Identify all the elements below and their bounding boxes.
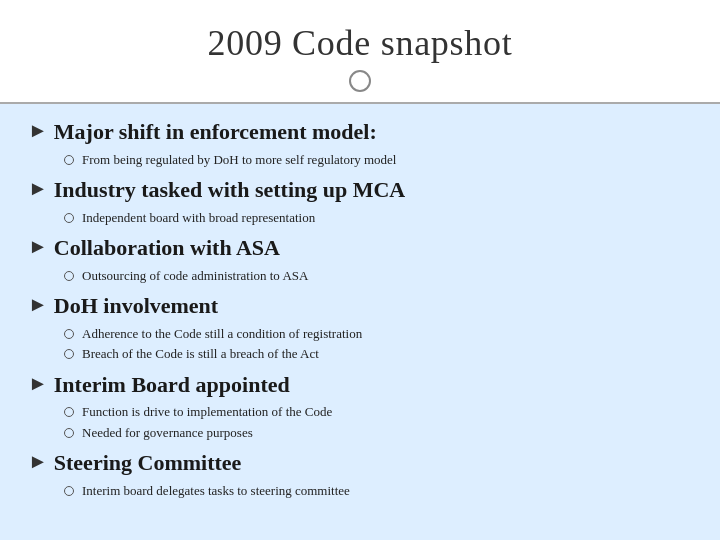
sub-bullet-icon — [64, 155, 74, 165]
sub-bullet-icon — [64, 428, 74, 438]
sub-label: Needed for governance purposes — [82, 423, 253, 443]
label-interim-board: Interim Board appointed — [54, 371, 290, 400]
sub-item: Needed for governance purposes — [64, 423, 692, 443]
slide-title: 2009 Code snapshot — [40, 22, 680, 64]
section-interim-board: ► Interim Board appointed — [28, 371, 692, 400]
sub-bullet-icon — [64, 329, 74, 339]
sub-points-doh-involvement: Adherence to the Code still a condition … — [64, 324, 692, 365]
sub-item: Breach of the Code is still a breach of … — [64, 344, 692, 364]
section-doh-involvement: ► DoH involvement — [28, 292, 692, 321]
sub-item: Function is drive to implementation of t… — [64, 402, 692, 422]
bullet-collaboration: ► — [28, 235, 48, 258]
label-steering-committee: Steering Committee — [54, 449, 242, 478]
sub-item: From being regulated by DoH to more self… — [64, 150, 692, 170]
sub-bullet-icon — [64, 349, 74, 359]
sub-item: Independent board with broad representat… — [64, 208, 692, 228]
sub-bullet-icon — [64, 213, 74, 223]
section-steering-committee: ► Steering Committee — [28, 449, 692, 478]
label-industry-tasked: Industry tasked with setting up MCA — [54, 176, 405, 205]
content-area: ► Major shift in enforcement model: From… — [0, 104, 720, 540]
sub-label: Independent board with broad representat… — [82, 208, 315, 228]
sub-bullet-icon — [64, 486, 74, 496]
sub-label: Breach of the Code is still a breach of … — [82, 344, 319, 364]
section-industry-tasked: ► Industry tasked with setting up MCA — [28, 176, 692, 205]
sub-label: Function is drive to implementation of t… — [82, 402, 332, 422]
bullet-steering-committee: ► — [28, 450, 48, 473]
sub-points-industry-tasked: Independent board with broad representat… — [64, 208, 692, 229]
bullet-doh-involvement: ► — [28, 293, 48, 316]
label-collaboration: Collaboration with ASA — [54, 234, 280, 263]
sub-label: Outsourcing of code administration to AS… — [82, 266, 308, 286]
title-area: 2009 Code snapshot — [0, 0, 720, 104]
sub-points-steering-committee: Interim board delegates tasks to steerin… — [64, 481, 692, 502]
title-circle-decoration — [349, 70, 371, 92]
sub-label: Adherence to the Code still a condition … — [82, 324, 362, 344]
bullet-major-shift: ► — [28, 119, 48, 142]
sub-bullet-icon — [64, 407, 74, 417]
sub-bullet-icon — [64, 271, 74, 281]
section-collaboration: ► Collaboration with ASA — [28, 234, 692, 263]
section-major-shift: ► Major shift in enforcement model: — [28, 118, 692, 147]
sub-points-collaboration: Outsourcing of code administration to AS… — [64, 266, 692, 287]
sub-points-interim-board: Function is drive to implementation of t… — [64, 402, 692, 443]
sub-points-major-shift: From being regulated by DoH to more self… — [64, 150, 692, 171]
label-major-shift: Major shift in enforcement model: — [54, 118, 377, 147]
bullet-industry-tasked: ► — [28, 177, 48, 200]
sub-item: Adherence to the Code still a condition … — [64, 324, 692, 344]
slide: 2009 Code snapshot ► Major shift in enfo… — [0, 0, 720, 540]
label-doh-involvement: DoH involvement — [54, 292, 218, 321]
sub-label: Interim board delegates tasks to steerin… — [82, 481, 350, 501]
sub-label: From being regulated by DoH to more self… — [82, 150, 396, 170]
sub-item: Outsourcing of code administration to AS… — [64, 266, 692, 286]
bullet-interim-board: ► — [28, 372, 48, 395]
sub-item: Interim board delegates tasks to steerin… — [64, 481, 692, 501]
